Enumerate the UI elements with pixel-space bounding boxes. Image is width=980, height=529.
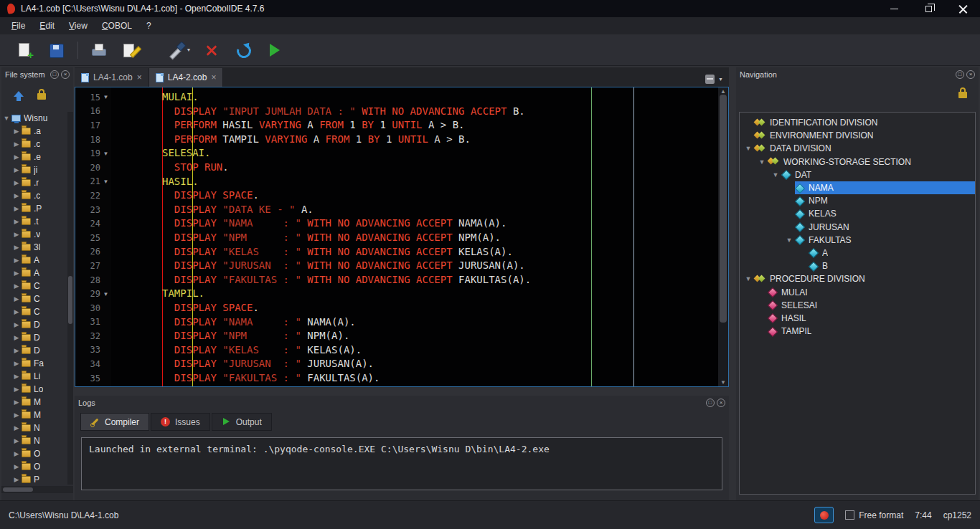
collapse-arrow[interactable] <box>11 218 22 225</box>
collapse-arrow[interactable] <box>11 270 22 277</box>
logs-tab-compiler[interactable]: Compiler <box>80 413 149 431</box>
nav-item-mulai[interactable]: MULAI <box>768 285 975 298</box>
menu-item-file[interactable]: File <box>4 19 32 33</box>
nav-item-dat[interactable]: DAT <box>770 168 975 181</box>
collapse-arrow[interactable] <box>11 373 22 380</box>
logs-tab-issues[interactable]: Issues <box>151 413 210 431</box>
fs-folder-item-20[interactable]: Lo <box>1 383 67 396</box>
compile-button[interactable] <box>167 38 193 62</box>
collapse-arrow[interactable] <box>11 321 22 328</box>
fold-arrow[interactable] <box>100 94 111 100</box>
undock-panel-icon[interactable] <box>50 70 59 79</box>
fs-folder-item-12[interactable]: C <box>1 280 67 292</box>
undock-panel-icon[interactable] <box>706 399 715 407</box>
scrollbar-thumb[interactable] <box>720 95 727 323</box>
menu-item-view[interactable]: View <box>62 19 95 33</box>
nav-item-a[interactable]: A <box>809 247 975 259</box>
collapse-arrow[interactable] <box>11 399 22 406</box>
nav-item-jurusan[interactable]: JURUSAN <box>795 221 975 234</box>
nav-item-environment-division[interactable]: ENVIRONMENT DIVISION <box>754 129 975 142</box>
fs-folder-item-2[interactable]: .e <box>1 151 67 163</box>
rebuild-button[interactable] <box>230 38 256 62</box>
error-indicator-button[interactable] <box>814 507 834 523</box>
file-system-horizontal-scrollbar[interactable] <box>1 486 73 493</box>
fs-folder-item-16[interactable]: D <box>1 331 67 344</box>
collapse-arrow[interactable] <box>11 257 22 264</box>
lock-icon[interactable] <box>958 92 967 98</box>
cancel-button[interactable] <box>199 38 225 62</box>
collapse-arrow[interactable] <box>11 360 22 367</box>
collapse-arrow[interactable] <box>11 463 22 470</box>
collapse-arrow[interactable] <box>11 450 22 457</box>
fs-folder-item-25[interactable]: O <box>1 447 67 460</box>
collapse-arrow[interactable] <box>11 282 22 290</box>
collapse-arrow[interactable] <box>11 424 22 432</box>
free-format-checkbox[interactable] <box>845 510 854 520</box>
collapse-arrow[interactable] <box>11 411 22 419</box>
collapse-arrow[interactable] <box>11 140 22 148</box>
lock-icon[interactable] <box>37 93 46 100</box>
collapse-arrow[interactable] <box>11 308 22 315</box>
file-system-vertical-scrollbar[interactable] <box>67 112 73 485</box>
scrollbar-thumb[interactable] <box>68 276 72 325</box>
fs-folder-item-27[interactable]: P <box>1 473 67 485</box>
fs-folder-item-23[interactable]: N <box>1 421 67 434</box>
run-button[interactable] <box>262 38 288 62</box>
expand-arrow[interactable] <box>743 145 754 152</box>
collapse-arrow[interactable] <box>11 153 22 161</box>
collapse-arrow[interactable] <box>11 231 22 238</box>
fs-folder-item-0[interactable]: .a <box>1 125 67 138</box>
minimize-button[interactable] <box>877 0 911 17</box>
collapse-arrow[interactable] <box>11 295 22 302</box>
nav-item-npm[interactable]: NPM <box>795 194 975 207</box>
nav-item-data-division[interactable]: DATA DIVISION <box>743 142 975 155</box>
tab-close-icon[interactable] <box>137 73 142 82</box>
fs-folder-item-11[interactable]: A <box>1 267 67 280</box>
fold-arrow[interactable] <box>100 178 111 185</box>
scroll-down-icon[interactable] <box>718 379 728 386</box>
nav-item-fakultas[interactable]: FAKULTAS <box>783 234 975 247</box>
fs-root-item[interactable]: Wisnu <box>1 112 67 125</box>
collapse-arrow[interactable] <box>11 166 22 173</box>
fs-folder-item-13[interactable]: C <box>1 292 67 305</box>
fs-folder-item-24[interactable]: N <box>1 434 67 447</box>
collapse-arrow[interactable] <box>11 386 22 393</box>
fs-folder-item-10[interactable]: A <box>1 254 67 267</box>
menu-item-edit[interactable]: Edit <box>32 19 62 33</box>
menu-item-cobol[interactable]: COBOL <box>95 19 139 33</box>
code-area[interactable]: MULAI. DISPLAY "INPUT JUMLAH DATA : " WI… <box>111 87 718 386</box>
scrollbar-thumb[interactable] <box>3 487 33 492</box>
expand-arrow[interactable] <box>743 275 754 282</box>
menu-item-help[interactable]: ? <box>139 19 159 33</box>
editor-tab-la4-1-cob[interactable]: LA4-1.cob <box>75 68 149 87</box>
collapse-arrow[interactable] <box>11 192 22 199</box>
fs-folder-item-22[interactable]: M <box>1 409 67 421</box>
fs-folder-item-9[interactable]: 3l <box>1 241 67 254</box>
tab-close-icon[interactable] <box>211 73 216 82</box>
collapse-arrow[interactable] <box>11 476 22 483</box>
undock-panel-icon[interactable] <box>956 70 964 79</box>
fs-folder-item-3[interactable]: ji <box>1 163 67 176</box>
new-file-button[interactable] <box>11 38 37 62</box>
collapse-arrow[interactable] <box>11 334 22 341</box>
nav-item-tampil[interactable]: TAMPIL <box>768 325 975 338</box>
fs-folder-item-5[interactable]: .c <box>1 189 67 202</box>
fold-arrow[interactable] <box>100 291 111 297</box>
parent-directory-icon[interactable] <box>13 91 24 102</box>
fs-folder-item-1[interactable]: .c <box>1 138 67 151</box>
fs-folder-item-8[interactable]: .v <box>1 228 67 241</box>
collapse-arrow[interactable] <box>11 128 22 135</box>
maximize-button[interactable] <box>911 0 946 17</box>
nav-item-kelas[interactable]: KELAS <box>795 207 975 220</box>
collapse-arrow[interactable] <box>11 347 22 354</box>
nav-item-nama[interactable]: NAMA <box>795 181 975 194</box>
fs-folder-item-6[interactable]: .P <box>1 202 67 215</box>
print-button[interactable] <box>85 38 111 62</box>
collapse-arrow[interactable] <box>11 244 22 251</box>
nav-item-selesai[interactable]: SELESAI <box>768 299 975 312</box>
nav-item-procedure-division[interactable]: PROCEDURE DIVISION <box>743 272 975 285</box>
close-button[interactable] <box>946 0 980 17</box>
fs-folder-item-21[interactable]: M <box>1 396 67 409</box>
open-file-button[interactable] <box>43 38 69 62</box>
fs-folder-item-17[interactable]: D <box>1 344 67 357</box>
